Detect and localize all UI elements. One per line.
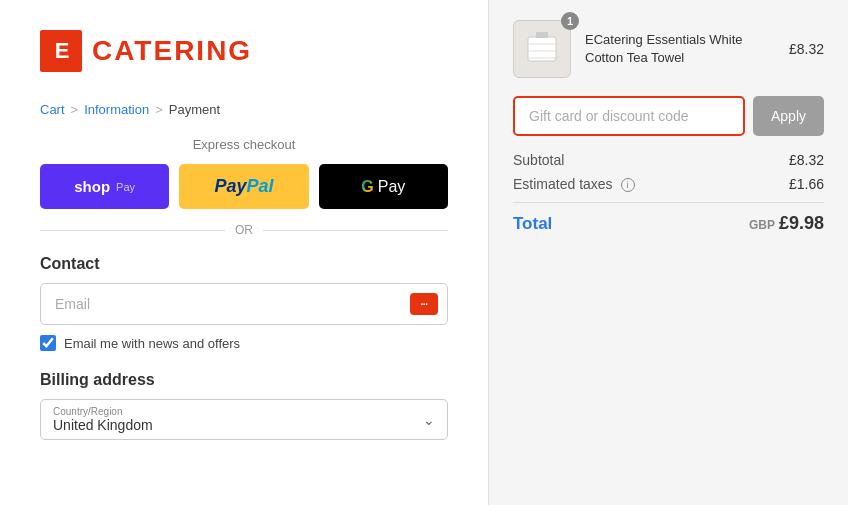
contact-title: Contact xyxy=(40,255,448,273)
autofill-dots: ··· xyxy=(421,299,428,310)
breadcrumb-cart[interactable]: Cart xyxy=(40,102,65,117)
email-wrapper: ··· xyxy=(40,283,448,325)
shop-pay-button[interactable]: shop Pay xyxy=(40,164,169,209)
taxes-value: £1.66 xyxy=(789,176,824,192)
paypal-logo: PayPal xyxy=(214,176,273,197)
total-label: Total xyxy=(513,214,552,234)
apply-button[interactable]: Apply xyxy=(753,96,824,136)
item-image xyxy=(513,20,571,78)
taxes-row: Estimated taxes i £1.66 xyxy=(513,176,824,192)
logo-container: E CATERING xyxy=(40,30,448,72)
svg-rect-1 xyxy=(528,37,556,61)
gpay-g-icon: G xyxy=(361,178,373,196)
total-value: GBP£9.98 xyxy=(749,213,824,234)
discount-input[interactable] xyxy=(513,96,745,136)
or-divider: OR xyxy=(40,223,448,237)
cart-item: 1 ECatering Essentials White Cotton Tea … xyxy=(513,20,824,78)
brand-icon: E xyxy=(40,30,82,72)
total-currency: GBP xyxy=(749,218,775,232)
item-image-wrapper: 1 xyxy=(513,20,571,78)
item-quantity-badge: 1 xyxy=(561,12,579,30)
paypal-button[interactable]: PayPal xyxy=(179,164,308,209)
svg-rect-5 xyxy=(536,32,548,38)
express-checkout-label: Express checkout xyxy=(40,137,448,152)
or-label: OR xyxy=(235,223,253,237)
breadcrumb: Cart > Information > Payment xyxy=(40,102,448,117)
gpay-text: Pay xyxy=(378,178,406,196)
brand-name: CATERING xyxy=(92,35,252,67)
breadcrumb-sep2: > xyxy=(155,102,163,117)
autofill-icon[interactable]: ··· xyxy=(410,293,438,315)
item-thumbnail xyxy=(520,27,564,71)
right-panel: 1 ECatering Essentials White Cotton Tea … xyxy=(488,0,848,505)
item-price: £8.32 xyxy=(789,41,824,57)
chevron-down-icon: ⌄ xyxy=(423,412,435,428)
shop-pay-sub: Pay xyxy=(116,181,135,193)
divider-right xyxy=(263,230,448,231)
news-offers-label[interactable]: Email me with news and offers xyxy=(64,336,240,351)
breadcrumb-information[interactable]: Information xyxy=(84,102,149,117)
country-value: United Kingdom xyxy=(53,417,153,433)
total-amount: £9.98 xyxy=(779,213,824,233)
email-field[interactable] xyxy=(40,283,448,325)
subtotal-row: Subtotal £8.32 xyxy=(513,152,824,168)
country-label: Country/Region xyxy=(53,406,415,417)
tax-info-icon[interactable]: i xyxy=(621,178,635,192)
subtotal-value: £8.32 xyxy=(789,152,824,168)
billing-title: Billing address xyxy=(40,371,448,389)
taxes-label: Estimated taxes i xyxy=(513,176,635,192)
discount-row: Apply xyxy=(513,96,824,136)
total-row: Total GBP£9.98 xyxy=(513,202,824,234)
breadcrumb-payment: Payment xyxy=(169,102,220,117)
subtotal-label: Subtotal xyxy=(513,152,564,168)
news-offers-checkbox[interactable] xyxy=(40,335,56,351)
breadcrumb-sep1: > xyxy=(71,102,79,117)
country-select-wrapper: Country/Region United Kingdom ⌄ xyxy=(40,399,448,440)
divider-left xyxy=(40,230,225,231)
left-panel: E CATERING Cart > Information > Payment … xyxy=(0,0,488,505)
news-offers-row: Email me with news and offers xyxy=(40,335,448,351)
item-details: ECatering Essentials White Cotton Tea To… xyxy=(585,31,775,67)
gpay-button[interactable]: G Pay xyxy=(319,164,448,209)
item-name: ECatering Essentials White Cotton Tea To… xyxy=(585,31,775,67)
shop-pay-text: shop xyxy=(74,178,110,195)
express-buttons: shop Pay PayPal G Pay xyxy=(40,164,448,209)
country-select[interactable]: Country/Region United Kingdom ⌄ xyxy=(40,399,448,440)
